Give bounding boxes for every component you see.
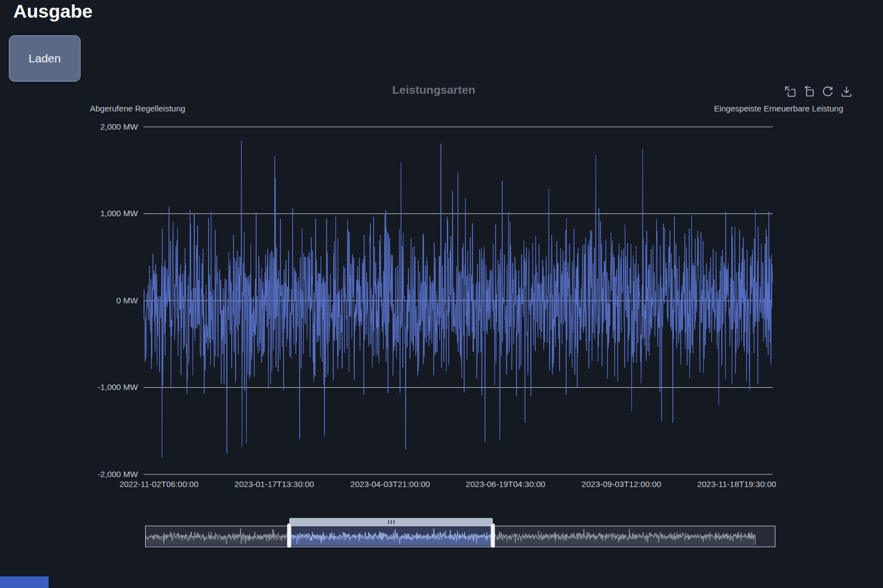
x-axis-tick: 2023-01-17T13:30:00	[214, 479, 335, 489]
y-axis-tick: 0 MW	[55, 295, 138, 307]
x-axis-tick: 2023-06-19T04:30:00	[445, 479, 566, 489]
y-axis-tick: 1,000 MW	[55, 207, 138, 220]
y-axis-tick: 2,000 MW	[55, 121, 138, 133]
y-axis-tick: -2,000 MW	[55, 468, 138, 480]
grip-dot	[393, 520, 395, 524]
x-axis-tick: 2023-09-03T12:00:00	[561, 479, 682, 489]
datazoom-grip-bar[interactable]	[289, 518, 493, 526]
x-axis-tick: 2023-04-03T21:00:00	[329, 479, 451, 489]
y-axis-tick: -1,000 MW	[55, 381, 138, 393]
bottom-left-accent	[0, 576, 49, 588]
main-chart-svg[interactable]	[0, 0, 883, 588]
x-axis-tick: 2023-11-18T19:30:00	[676, 479, 797, 489]
grip-dot	[388, 520, 389, 524]
datazoom-handle-right[interactable]	[491, 523, 495, 548]
grip-dot	[391, 520, 392, 524]
datazoom	[145, 517, 775, 549]
x-axis-tick: 2022-11-02T06:00:00	[98, 479, 220, 489]
datazoom-track[interactable]	[145, 526, 775, 547]
app-root: Ausgabe Laden Leistungsarten Abgerufene …	[0, 0, 883, 588]
datazoom-handle-left[interactable]	[287, 523, 291, 548]
datazoom-mini-svg	[146, 526, 775, 547]
